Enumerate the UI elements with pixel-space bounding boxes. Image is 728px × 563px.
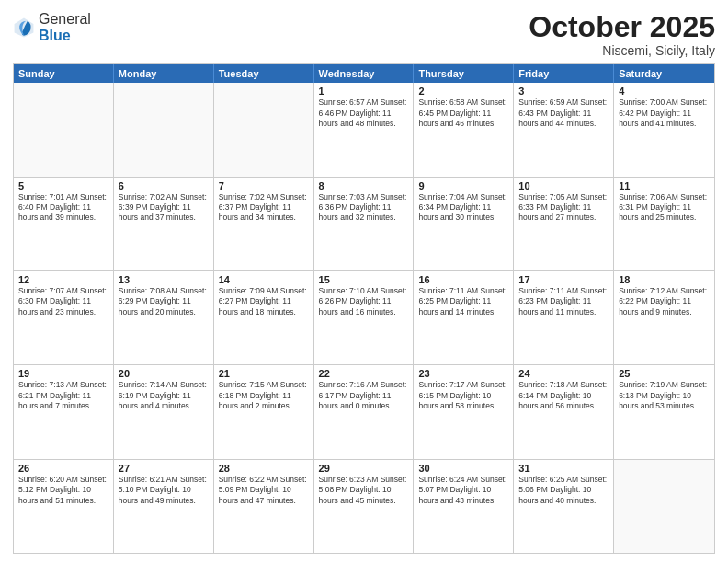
day-info: Sunrise: 7:18 AM Sunset: 6:14 PM Dayligh… xyxy=(518,380,609,411)
calendar-cell: 28Sunrise: 6:22 AM Sunset: 5:09 PM Dayli… xyxy=(214,460,314,553)
day-number: 28 xyxy=(219,463,309,474)
day-info: Sunrise: 7:02 AM Sunset: 6:37 PM Dayligh… xyxy=(219,192,309,224)
day-number: 20 xyxy=(119,368,209,379)
header: General Blue October 2025 Niscemi, Sicil… xyxy=(13,11,715,58)
calendar-cell: 7Sunrise: 7:02 AM Sunset: 6:37 PM Daylig… xyxy=(214,178,314,270)
day-info: Sunrise: 7:17 AM Sunset: 6:15 PM Dayligh… xyxy=(418,380,508,411)
calendar-cell: 4Sunrise: 7:00 AM Sunset: 6:42 PM Daylig… xyxy=(614,83,714,176)
day-number: 12 xyxy=(18,274,108,285)
day-number: 21 xyxy=(219,368,309,379)
day-info: Sunrise: 7:12 AM Sunset: 6:22 PM Dayligh… xyxy=(619,286,710,317)
logo-blue-text: Blue xyxy=(39,28,71,43)
day-info: Sunrise: 7:11 AM Sunset: 6:23 PM Dayligh… xyxy=(518,286,609,317)
day-number: 11 xyxy=(619,180,710,191)
day-number: 10 xyxy=(518,180,609,191)
day-number: 4 xyxy=(619,86,710,97)
day-number: 27 xyxy=(119,463,209,474)
calendar-cell: 19Sunrise: 7:13 AM Sunset: 6:21 PM Dayli… xyxy=(14,365,114,458)
day-info: Sunrise: 6:21 AM Sunset: 5:10 PM Dayligh… xyxy=(119,475,209,506)
logo: General Blue xyxy=(13,11,91,43)
day-number: 7 xyxy=(219,180,309,191)
calendar-cell: 5Sunrise: 7:01 AM Sunset: 6:40 PM Daylig… xyxy=(14,178,114,270)
weekday-header: Sunday xyxy=(14,64,114,83)
day-number: 8 xyxy=(319,180,409,191)
day-number: 2 xyxy=(418,86,508,97)
day-info: Sunrise: 7:01 AM Sunset: 6:40 PM Dayligh… xyxy=(18,192,108,224)
day-number: 31 xyxy=(518,463,609,474)
calendar-cell: 14Sunrise: 7:09 AM Sunset: 6:27 PM Dayli… xyxy=(214,271,314,364)
day-info: Sunrise: 6:58 AM Sunset: 6:45 PM Dayligh… xyxy=(418,98,508,129)
day-info: Sunrise: 6:59 AM Sunset: 6:43 PM Dayligh… xyxy=(518,98,609,129)
calendar-cell: 17Sunrise: 7:11 AM Sunset: 6:23 PM Dayli… xyxy=(514,271,614,364)
day-number: 13 xyxy=(119,274,209,285)
calendar-cell: 25Sunrise: 7:19 AM Sunset: 6:13 PM Dayli… xyxy=(614,365,714,458)
title-block: October 2025 Niscemi, Sicily, Italy xyxy=(529,11,715,58)
calendar-cell: 11Sunrise: 7:06 AM Sunset: 6:31 PM Dayli… xyxy=(614,178,714,270)
day-number: 19 xyxy=(18,368,108,379)
month-title: October 2025 xyxy=(529,11,715,43)
calendar-row: 19Sunrise: 7:13 AM Sunset: 6:21 PM Dayli… xyxy=(14,364,714,458)
calendar-cell: 29Sunrise: 6:23 AM Sunset: 5:08 PM Dayli… xyxy=(314,460,415,553)
day-number: 1 xyxy=(319,86,409,97)
calendar-cell: 24Sunrise: 7:18 AM Sunset: 6:14 PM Dayli… xyxy=(514,365,614,458)
day-info: Sunrise: 7:11 AM Sunset: 6:25 PM Dayligh… xyxy=(418,286,508,317)
day-info: Sunrise: 7:09 AM Sunset: 6:27 PM Dayligh… xyxy=(219,286,309,317)
day-number: 5 xyxy=(18,180,108,191)
day-info: Sunrise: 6:22 AM Sunset: 5:09 PM Dayligh… xyxy=(219,475,309,506)
day-info: Sunrise: 7:15 AM Sunset: 6:18 PM Dayligh… xyxy=(219,380,309,411)
day-number: 24 xyxy=(518,368,609,379)
day-number: 3 xyxy=(518,86,609,97)
day-number: 9 xyxy=(418,180,508,191)
day-info: Sunrise: 7:10 AM Sunset: 6:26 PM Dayligh… xyxy=(319,286,409,317)
calendar-cell: 21Sunrise: 7:15 AM Sunset: 6:18 PM Dayli… xyxy=(214,365,314,458)
calendar-cell: 26Sunrise: 6:20 AM Sunset: 5:12 PM Dayli… xyxy=(14,460,114,553)
weekday-header: Tuesday xyxy=(214,64,314,83)
calendar-cell: 13Sunrise: 7:08 AM Sunset: 6:29 PM Dayli… xyxy=(114,271,214,364)
day-number: 26 xyxy=(18,463,108,474)
day-number: 22 xyxy=(319,368,409,379)
calendar-cell: 16Sunrise: 7:11 AM Sunset: 6:25 PM Dayli… xyxy=(414,271,514,364)
day-info: Sunrise: 6:20 AM Sunset: 5:12 PM Dayligh… xyxy=(18,475,108,506)
calendar-body: 1Sunrise: 6:57 AM Sunset: 6:46 PM Daylig… xyxy=(14,83,714,553)
calendar-cell: 18Sunrise: 7:12 AM Sunset: 6:22 PM Dayli… xyxy=(614,271,714,364)
page: General Blue October 2025 Niscemi, Sicil… xyxy=(0,0,728,563)
calendar-cell: 23Sunrise: 7:17 AM Sunset: 6:15 PM Dayli… xyxy=(414,365,514,458)
day-number: 23 xyxy=(418,368,508,379)
weekday-header: Monday xyxy=(114,64,214,83)
logo-icon xyxy=(13,17,35,39)
calendar-cell: 10Sunrise: 7:05 AM Sunset: 6:33 PM Dayli… xyxy=(514,178,614,270)
calendar-cell: 22Sunrise: 7:16 AM Sunset: 6:17 PM Dayli… xyxy=(314,365,415,458)
day-number: 30 xyxy=(418,463,508,474)
calendar-cell: 6Sunrise: 7:02 AM Sunset: 6:39 PM Daylig… xyxy=(114,178,214,270)
calendar-cell: 2Sunrise: 6:58 AM Sunset: 6:45 PM Daylig… xyxy=(414,83,514,176)
day-info: Sunrise: 7:08 AM Sunset: 6:29 PM Dayligh… xyxy=(119,286,209,317)
day-info: Sunrise: 7:14 AM Sunset: 6:19 PM Dayligh… xyxy=(119,380,209,411)
calendar-cell: 15Sunrise: 7:10 AM Sunset: 6:26 PM Dayli… xyxy=(314,271,415,364)
day-info: Sunrise: 7:19 AM Sunset: 6:13 PM Dayligh… xyxy=(619,380,710,411)
day-info: Sunrise: 6:57 AM Sunset: 6:46 PM Dayligh… xyxy=(319,98,409,129)
day-info: Sunrise: 7:02 AM Sunset: 6:39 PM Dayligh… xyxy=(119,192,209,224)
day-info: Sunrise: 6:24 AM Sunset: 5:07 PM Dayligh… xyxy=(418,475,508,506)
day-number: 15 xyxy=(319,274,409,285)
day-info: Sunrise: 7:04 AM Sunset: 6:34 PM Dayligh… xyxy=(418,192,508,224)
calendar-cell: 31Sunrise: 6:25 AM Sunset: 5:06 PM Dayli… xyxy=(514,460,614,553)
calendar-cell: 27Sunrise: 6:21 AM Sunset: 5:10 PM Dayli… xyxy=(114,460,214,553)
calendar-header: SundayMondayTuesdayWednesdayThursdayFrid… xyxy=(14,64,714,83)
calendar-row: 1Sunrise: 6:57 AM Sunset: 6:46 PM Daylig… xyxy=(14,83,714,176)
calendar-cell: 30Sunrise: 6:24 AM Sunset: 5:07 PM Dayli… xyxy=(414,460,514,553)
weekday-header: Friday xyxy=(514,64,614,83)
calendar-cell xyxy=(614,460,714,553)
calendar-row: 5Sunrise: 7:01 AM Sunset: 6:40 PM Daylig… xyxy=(14,177,714,270)
calendar-cell xyxy=(14,83,114,176)
day-number: 29 xyxy=(319,463,409,474)
day-info: Sunrise: 7:13 AM Sunset: 6:21 PM Dayligh… xyxy=(18,380,108,411)
day-info: Sunrise: 6:25 AM Sunset: 5:06 PM Dayligh… xyxy=(518,475,609,506)
location: Niscemi, Sicily, Italy xyxy=(529,43,715,58)
day-info: Sunrise: 7:05 AM Sunset: 6:33 PM Dayligh… xyxy=(518,192,609,224)
day-info: Sunrise: 7:16 AM Sunset: 6:17 PM Dayligh… xyxy=(319,380,409,411)
day-info: Sunrise: 7:00 AM Sunset: 6:42 PM Dayligh… xyxy=(619,98,710,129)
day-number: 17 xyxy=(518,274,609,285)
calendar-cell: 12Sunrise: 7:07 AM Sunset: 6:30 PM Dayli… xyxy=(14,271,114,364)
calendar-cell: 3Sunrise: 6:59 AM Sunset: 6:43 PM Daylig… xyxy=(514,83,614,176)
calendar-row: 12Sunrise: 7:07 AM Sunset: 6:30 PM Dayli… xyxy=(14,270,714,364)
